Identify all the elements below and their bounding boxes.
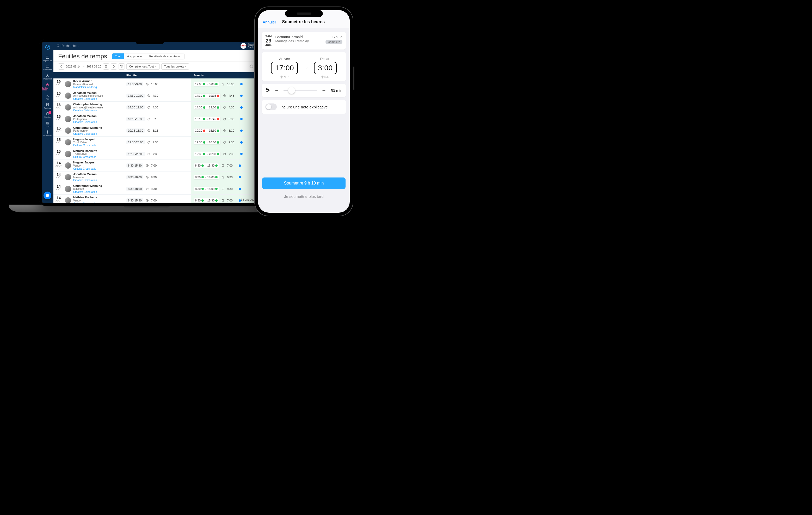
sidebar-item-clients[interactable]: Clients <box>42 120 53 129</box>
sidebar-item-pay[interactable]: Paie <box>42 92 53 102</box>
arrival-input[interactable]: 17:00 <box>271 62 298 74</box>
clock-icon <box>147 141 150 144</box>
break-slider[interactable] <box>284 90 317 91</box>
avatar <box>65 139 71 145</box>
app-logo[interactable] <box>42 43 53 51</box>
table-row[interactable]: 15AOÛTJonathan MaisonPorte-paroleCreativ… <box>53 113 258 125</box>
table-row[interactable]: 16AOÛTChristopher ManningAnimateur(trice… <box>53 102 258 113</box>
row-submitted: 8:30-18:009:30 <box>191 183 258 195</box>
info-dot[interactable] <box>239 188 241 190</box>
clients-icon <box>46 121 50 125</box>
svg-point-27 <box>251 66 252 67</box>
clock-icon <box>147 129 150 132</box>
funnel-icon <box>120 65 123 68</box>
prev-range-button[interactable] <box>58 63 64 69</box>
projects-button[interactable]: Tous les projets▾ <box>161 63 189 69</box>
svg-point-22 <box>47 131 48 133</box>
filter-button[interactable] <box>119 63 125 69</box>
row-submitted: 17:00-3:0010:00 <box>191 79 258 90</box>
minus-button[interactable]: − <box>273 87 280 93</box>
table-row[interactable]: 14AOÛTHugues JacquetVendorCultural Cross… <box>53 160 258 171</box>
clock-icon <box>147 106 150 109</box>
submit-button[interactable]: Soumettre 9 h 10 min <box>262 177 346 189</box>
info-dot[interactable] <box>240 118 242 120</box>
times-card: Arrivée 17:00 N/D → Départ 3:00 N/D <box>262 52 346 81</box>
info-dot[interactable] <box>240 83 242 85</box>
note-toggle[interactable] <box>265 104 277 110</box>
shift-date: SAM 29 JUIL <box>265 35 271 47</box>
table-row[interactable]: 14AOÛTJonathan MaisonMascotteCreative Ce… <box>53 171 258 183</box>
next-range-button[interactable] <box>111 63 117 69</box>
shift-event: Mariage des Tremblay <box>275 39 322 43</box>
info-dot[interactable] <box>240 141 242 144</box>
competences-button[interactable]: Compétences: Tout▼ <box>126 63 160 69</box>
info-dot[interactable] <box>240 95 242 97</box>
info-dot[interactable] <box>239 176 241 178</box>
clock-icon <box>146 199 148 202</box>
filter-pending[interactable]: En attente de soumission <box>146 53 185 59</box>
range-start: 2023-08-14 <box>66 65 81 68</box>
sidebar: Aujourd'huiCalendrierPersonnelSuivi du t… <box>42 42 53 203</box>
info-dot[interactable] <box>240 106 242 109</box>
row-planned: 14:30-19:004:30 <box>124 90 191 102</box>
filter-approve[interactable]: À approuver <box>124 53 146 59</box>
row-submitted: 14:30-19:154:45 <box>191 90 258 102</box>
badge: 1 <box>49 111 51 114</box>
info-dot[interactable] <box>239 165 241 167</box>
sidebar-item-calendar[interactable]: Calendrier <box>42 63 53 72</box>
sidebar-item-label: Suivi du temps <box>42 87 53 91</box>
row-date: 19AOÛT <box>53 79 64 90</box>
filter-all[interactable]: Tout <box>112 53 124 59</box>
sidebar-item-mandates[interactable]: Mandats1 <box>42 111 53 120</box>
table-row[interactable]: 15AOÛTMathieu RochetteTruck DriverCultur… <box>53 148 258 160</box>
svg-point-23 <box>57 45 59 47</box>
table-row[interactable]: 15AOÛTHugues JacquetTruck DriverCultural… <box>53 137 258 148</box>
page-title: Feuilles de temps <box>58 53 107 60</box>
invoices-icon <box>46 103 50 107</box>
svg-line-24 <box>59 47 60 47</box>
sidebar-item-label: Paramètres <box>43 135 52 136</box>
cancel-button[interactable]: Annuler <box>263 20 276 24</box>
table-row[interactable]: 14AOÛTMathieu RochetteVendorCultural Cro… <box>53 195 258 203</box>
row-planned: 10:15-15:305:15 <box>124 125 191 137</box>
row-planned: 12:30-20:007:30 <box>124 148 191 160</box>
org-logo[interactable]: Cador <box>240 43 246 49</box>
clock-icon <box>222 188 224 190</box>
table-settings-button[interactable] <box>250 64 253 69</box>
row-date: 15AOÛT <box>53 125 64 137</box>
sidebar-item-label: Aujourd'hui <box>43 60 52 61</box>
pin-icon <box>281 76 283 79</box>
info-dot[interactable] <box>240 130 242 132</box>
sidebar-item-invoices[interactable]: Factures <box>42 102 53 111</box>
table-row[interactable]: 15AOÛTChristopher ManningPorte-paroleCre… <box>53 125 258 137</box>
user-name[interactable]: Travis Casto <box>248 43 255 49</box>
info-dot[interactable] <box>240 153 242 155</box>
sidebar-item-today[interactable]: Aujourd'hui <box>42 54 53 63</box>
plus-button[interactable]: + <box>321 87 327 93</box>
departure-input[interactable]: 3:00 <box>314 62 337 74</box>
chat-button[interactable] <box>44 192 51 199</box>
sidebar-item-timetracking[interactable]: Suivi du temps <box>42 81 53 92</box>
later-button[interactable]: Je soumettrai plus tard <box>262 191 346 202</box>
pay-icon <box>46 93 50 97</box>
sidebar-item-staff[interactable]: Personnel <box>42 72 53 81</box>
calendar-button[interactable] <box>103 63 109 69</box>
shift-role: Barman/Barmaid <box>275 35 322 39</box>
avatar <box>65 162 71 169</box>
row-submitted: 12:30-20:007:30 <box>191 137 258 148</box>
row-planned: 8:30-15:307:00 <box>124 195 191 203</box>
sidebar-item-label: Mandats <box>44 116 51 118</box>
arrow-right-icon: → <box>303 64 309 71</box>
clock-icon <box>146 188 148 190</box>
table-row[interactable]: 16AOÛTJonathan MaisonAnimateur(trice) je… <box>53 90 258 102</box>
row-date: 14AOÛT <box>53 171 64 183</box>
table-row[interactable]: 19AOÛTKevin WarnerBarman/BarmaidMandelor… <box>53 79 258 90</box>
laptop-screen: Aujourd'huiCalendrierPersonnelSuivi du t… <box>39 39 261 206</box>
search-input[interactable]: Recherche... <box>57 44 79 48</box>
sidebar-item-settings[interactable]: Paramètres <box>42 129 53 138</box>
timetracking-icon <box>46 83 50 87</box>
avatar <box>65 186 71 192</box>
status-filter: Tout À approuver En attente de soumissio… <box>112 53 185 59</box>
sidebar-item-label: Clients <box>45 125 50 127</box>
table-row[interactable]: 14AOÛTChristopher ManningMascotteCreativ… <box>53 183 258 195</box>
